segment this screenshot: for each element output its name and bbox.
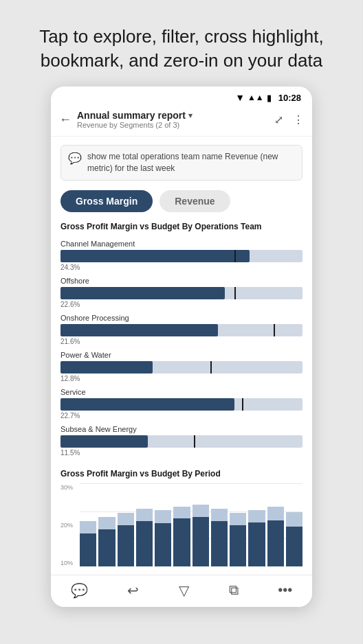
bar-chart-title: Gross Profit Margin vs Budget By Operati… [60,222,302,231]
v-bars-container [80,484,302,566]
report-main-title: Annual summary report ▾ [77,110,274,121]
v-bar-light [136,509,153,566]
status-bar: ▼ ▲▲ ▮ 10:28 [51,87,312,106]
tab-row: Gross Margin Revenue [60,190,302,212]
v-bar-group [80,484,96,566]
v-bar-group [155,484,171,566]
v-bar-dark [211,521,228,566]
report-subtitle: Revenue by Segments (2 of 3) [77,121,274,129]
bar-value: 21.6% [60,338,302,345]
v-bar-dark [136,521,153,566]
v-bar-dark [155,523,171,566]
nav-back-icon[interactable]: ↩ [127,582,139,599]
bar-track [60,435,302,448]
status-time: 10:28 [278,93,301,103]
v-bar-dark [98,529,115,566]
v-bar-dark [267,520,284,566]
search-bar[interactable]: 💬 show me total operations team name Rev… [60,145,302,181]
expand-icon[interactable]: ⤢ [274,113,283,126]
vertical-chart: Gross Profit Margin vs Budget By Period … [60,469,302,566]
bar-track [60,361,302,373]
back-button[interactable]: ← [59,113,72,127]
bar-label: Power & Water [60,351,302,359]
v-bar-light [98,517,115,566]
v-bar-dark [230,525,246,566]
bar-track [60,287,302,299]
phone-frame: ▼ ▲▲ ▮ 10:28 ← Annual summary report ▾ R… [51,87,312,607]
v-chart-title: Gross Profit Margin vs Budget By Period [60,469,302,479]
bar-value: 22.6% [60,301,302,308]
nav-bookmark-icon[interactable]: ⧉ [229,582,239,598]
bar-track [60,324,302,336]
v-bar-dark [286,527,302,566]
bar-fill [60,287,225,299]
v-axis-label: 10% [60,560,73,566]
report-title-area: Annual summary report ▾ Revenue by Segme… [77,110,274,129]
bar-fill [60,324,218,336]
v-bar-light [192,505,209,566]
nav-more-icon[interactable]: ••• [278,582,292,598]
bar-row: Subsea & New Energy 11.5% [60,425,302,457]
bar-value: 11.5% [60,449,302,457]
bar-row: Channel Management 24.3% [60,240,302,271]
bottom-nav: 💬 ↩ ▽ ⧉ ••• [51,575,312,607]
title-chevron-icon[interactable]: ▾ [188,111,192,120]
more-icon[interactable]: ⋮ [293,113,304,126]
bar-marker [242,398,243,411]
bar-label: Onshore Processing [60,314,302,322]
v-bar-group [136,484,153,566]
v-bar-light [230,513,246,566]
report-title-text: Annual summary report [77,110,186,121]
bar-row: Offshore 22.6% [60,277,302,308]
v-axis-label: 20% [60,522,73,529]
wifi-icon: ▼ [235,92,245,103]
v-bar-group [230,484,246,566]
main-content: 💬 show me total operations team name Rev… [51,137,312,575]
v-bar-light [248,510,265,566]
tab-revenue[interactable]: Revenue [160,190,230,212]
battery-icon: ▮ [267,93,272,103]
bar-value: 22.7% [60,412,302,419]
status-icons: ▼ ▲▲ ▮ 10:28 [235,92,301,103]
v-bar-group [98,484,115,566]
v-bar-group [118,484,134,566]
bar-row: Onshore Processing 21.6% [60,314,302,345]
v-bar-dark [118,525,134,566]
search-query-text: show me total operations team name Reven… [87,151,295,174]
v-bar-light [155,510,171,566]
bar-track [60,250,302,262]
v-bar-group [267,484,284,566]
bar-marker [194,435,195,448]
bar-fill [60,435,148,448]
nav-chat-icon[interactable]: 💬 [71,582,88,599]
bar-value: 12.8% [60,375,302,382]
v-bar-light [286,512,302,566]
bar-fill [60,361,153,373]
bar-marker [210,361,212,373]
v-bar-group [248,484,265,566]
v-bar-group [286,484,302,566]
v-bar-group [173,484,190,566]
tab-gross-margin[interactable]: Gross Margin [60,190,153,212]
bar-value: 24.3% [60,264,302,271]
bar-label: Channel Management [60,240,302,248]
v-bar-light [173,507,190,566]
bar-row: Service 22.7% [60,388,302,419]
bar-marker [234,250,236,262]
bar-row: Power & Water 12.8% [60,351,302,382]
bar-rows-container: Channel Management 24.3% Offshore 22.6% … [60,240,302,457]
v-bar-dark [248,522,265,566]
bar-marker [274,324,275,336]
v-bar-light [267,507,284,566]
hero-text: Tap to explore, filter, cross highlight,… [0,0,363,87]
signal-icon: ▲▲ [248,93,264,102]
top-bar-actions: ⤢ ⋮ [274,113,304,126]
search-chat-icon: 💬 [68,152,82,165]
v-axis-labels: 30%20%10% [60,484,73,566]
nav-filter-icon[interactable]: ▽ [179,582,189,599]
v-bar-light [80,521,96,566]
bar-fill [60,398,234,411]
v-chart-area: 30%20%10% [60,484,302,566]
bar-label: Offshore [60,277,302,285]
v-bar-dark [173,518,190,566]
